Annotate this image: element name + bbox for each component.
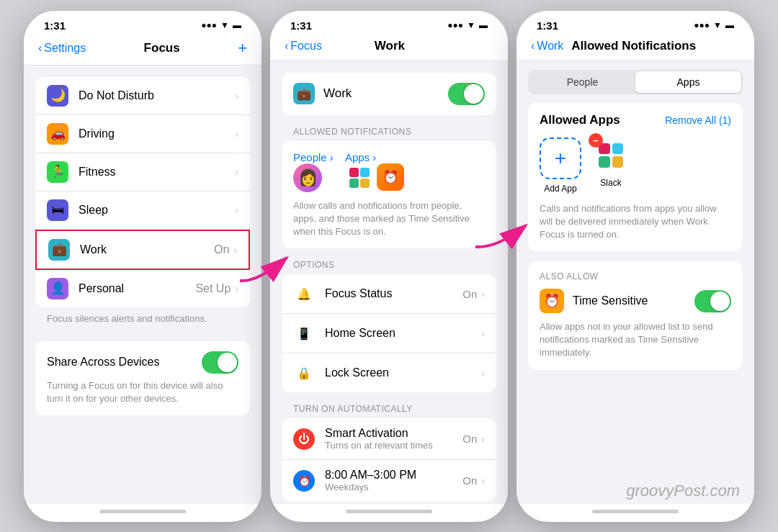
apps-label: Apps › bbox=[345, 151, 404, 163]
home-screen-icon: 📱 bbox=[293, 323, 315, 344]
chevron-right-icon3: › bbox=[235, 166, 238, 178]
apps-grid: + Add App – Slack bbox=[540, 137, 731, 194]
phone1: 1:31 ●●● ▼ ▬ ‹ Settings Focus + 🌙 Do Not… bbox=[24, 11, 261, 522]
smart-activation-item[interactable]: ⏻ Smart Activation Turns on at relevant … bbox=[282, 418, 496, 460]
work-label: Work bbox=[80, 243, 214, 256]
add-app-item[interactable]: + Add App bbox=[540, 137, 581, 194]
screen-content-3: People Apps Allowed Apps Remove All (1) … bbox=[517, 61, 754, 504]
status-bar-2: 1:31 ●●● ▼ ▬ bbox=[270, 11, 508, 36]
home-screen-option[interactable]: 📱 Home Screen › bbox=[282, 314, 496, 353]
share-desc: Turning a Focus on for this device will … bbox=[47, 379, 238, 405]
time-2: 1:31 bbox=[290, 19, 312, 32]
status-icons-2: ●●● ▼ ▬ bbox=[447, 20, 488, 30]
time-sensitive-toggle[interactable] bbox=[694, 290, 731, 312]
nav-bar-1: ‹ Settings Focus + bbox=[24, 36, 261, 66]
section-auto: TURN ON AUTOMATICALLY bbox=[270, 392, 508, 418]
remove-all-button[interactable]: Remove All (1) bbox=[665, 114, 731, 126]
chevron-right-icon: › bbox=[235, 90, 238, 102]
back-button-focus[interactable]: ‹ Focus bbox=[285, 40, 322, 53]
work-icon: 💼 bbox=[48, 239, 70, 261]
signal-icon: ●●● bbox=[201, 20, 217, 30]
page-title-1: Focus bbox=[144, 41, 180, 55]
chevron-right-icon4: › bbox=[235, 204, 238, 216]
focus-item-dnd[interactable]: 🌙 Do Not Disturb › bbox=[35, 77, 250, 115]
ts-desc: Allow apps not in your allowed list to s… bbox=[540, 320, 731, 360]
focus-item-work[interactable]: 💼 Work On › bbox=[35, 230, 250, 270]
signal-icon3: ●●● bbox=[694, 20, 710, 30]
apps-notif-col[interactable]: Apps › ⏰ bbox=[345, 151, 404, 192]
minus-badge: – bbox=[589, 133, 603, 148]
screen-content-1: 🌙 Do Not Disturb › 🚗 Driving › 🏃 Fitness… bbox=[24, 66, 261, 504]
screen-content-2: 💼 Work ALLOWED NOTIFICATIONS People › 👩 bbox=[270, 61, 508, 504]
schedule-status: On bbox=[462, 474, 477, 487]
schedule-days: Weekdays bbox=[325, 482, 462, 492]
status-bar-1: 1:31 ●●● ▼ ▬ bbox=[24, 11, 261, 36]
slack-app-item[interactable]: – Slack bbox=[593, 137, 629, 188]
smart-activation-sub: Turns on at relevant times bbox=[325, 440, 462, 451]
status-icons-1: ●●● ▼ ▬ bbox=[201, 20, 241, 30]
personal-label: Personal bbox=[79, 282, 195, 295]
dnd-label: Do Not Disturb bbox=[79, 89, 235, 102]
schedule-time: 8:00 AM–3:00 PM bbox=[325, 469, 462, 482]
time-3: 1:31 bbox=[537, 19, 558, 32]
schedule-time-item[interactable]: ⏰ 8:00 AM–3:00 PM Weekdays On › bbox=[282, 460, 496, 501]
focus-item-sleep[interactable]: 🛏 Sleep › bbox=[35, 191, 250, 230]
add-focus-button[interactable]: + bbox=[238, 39, 247, 58]
focus-item-fitness[interactable]: 🏃 Fitness › bbox=[35, 153, 250, 191]
also-allow-header: ALSO ALLOW bbox=[540, 271, 731, 281]
allowed-apps-section: Allowed Apps Remove All (1) + Add App – bbox=[528, 103, 743, 252]
phone3: 1:31 ●●● ▼ ▬ ‹ Work Allowed Notification… bbox=[517, 11, 754, 522]
home-indicator-3 bbox=[592, 510, 679, 513]
back-button-settings[interactable]: ‹ Settings bbox=[38, 42, 86, 55]
share-section: Share Across Devices Turning a Focus on … bbox=[35, 341, 250, 415]
lock-screen-label: Lock Screen bbox=[325, 366, 481, 379]
lock-screen-option[interactable]: 🔒 Lock Screen › bbox=[282, 353, 496, 392]
signal-icon2: ●●● bbox=[447, 20, 463, 30]
focus-item-personal[interactable]: 👤 Personal Set Up › bbox=[35, 270, 250, 307]
focus-list: 🌙 Do Not Disturb › 🚗 Driving › 🏃 Fitness… bbox=[35, 77, 250, 307]
chevron-fs: › bbox=[481, 288, 485, 299]
chevron-left-icon3: ‹ bbox=[531, 40, 535, 53]
focus-item-driving[interactable]: 🚗 Driving › bbox=[35, 115, 250, 153]
tab-apps[interactable]: Apps bbox=[635, 71, 741, 93]
personal-icon: 👤 bbox=[47, 278, 68, 299]
back-button-work[interactable]: ‹ Work bbox=[531, 40, 563, 53]
wifi-icon: ▼ bbox=[220, 20, 229, 30]
slack-label: Slack bbox=[600, 178, 621, 188]
chevron-sc: › bbox=[481, 475, 485, 487]
work-toggle-section: 💼 Work bbox=[282, 73, 496, 115]
personal-status: Set Up bbox=[195, 282, 231, 295]
focus-status-icon: 🔔 bbox=[293, 283, 315, 305]
slack-icon-small bbox=[345, 163, 374, 192]
work-icon-box: 💼 bbox=[293, 83, 315, 104]
page-title-3: Allowed Notifications bbox=[571, 39, 696, 53]
chevron-hs: › bbox=[481, 328, 485, 339]
chevron-sa: › bbox=[481, 433, 485, 445]
dnd-icon: 🌙 bbox=[47, 85, 68, 107]
battery-icon2: ▬ bbox=[479, 20, 488, 30]
work-status: On bbox=[214, 243, 229, 256]
chevron-left-icon2: ‹ bbox=[285, 40, 288, 53]
focus-status-option[interactable]: 🔔 Focus Status On › bbox=[282, 274, 496, 314]
home-indicator-1 bbox=[99, 510, 186, 513]
allowed-apps-header: Allowed Apps Remove All (1) bbox=[540, 113, 731, 127]
work-toggle[interactable] bbox=[448, 83, 485, 105]
smart-activation-icon: ⏻ bbox=[293, 428, 315, 450]
options-list: 🔔 Focus Status On › 📱 Home Screen › 🔒 Lo… bbox=[282, 274, 496, 392]
person-avatar: 👩 bbox=[293, 163, 322, 192]
people-notif-col[interactable]: People › 👩 bbox=[293, 151, 334, 192]
status-icons-3: ●●● ▼ ▬ bbox=[694, 20, 734, 30]
chevron-ls: › bbox=[481, 367, 485, 379]
fitness-label: Fitness bbox=[79, 166, 235, 179]
focus-status-value: On bbox=[462, 288, 477, 300]
apps-icons-row: ⏰ bbox=[345, 163, 404, 192]
allowed-notif-card: People › 👩 Apps › ⏰ bbox=[282, 141, 496, 249]
segment-control: People Apps bbox=[528, 70, 743, 94]
tab-people[interactable]: People bbox=[529, 71, 635, 93]
fitness-icon: 🏃 bbox=[47, 161, 68, 183]
share-label: Share Across Devices bbox=[47, 356, 160, 369]
wifi-icon2: ▼ bbox=[467, 20, 475, 30]
battery-icon: ▬ bbox=[233, 20, 241, 30]
wifi-icon3: ▼ bbox=[713, 20, 722, 30]
share-toggle[interactable] bbox=[202, 351, 238, 374]
